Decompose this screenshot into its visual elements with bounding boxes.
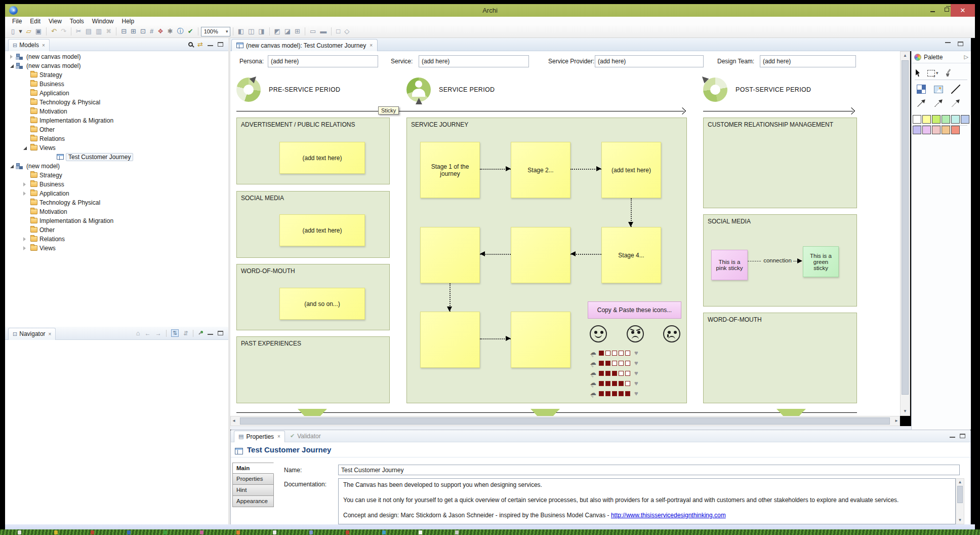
expand-icon[interactable] [23, 182, 26, 186]
stage-sticky[interactable]: (add text here) [601, 142, 661, 198]
sticky-note[interactable]: (add text here) [279, 214, 365, 246]
connection-line[interactable] [748, 261, 761, 261]
menu-item-view[interactable]: View [45, 18, 66, 25]
design-team-input[interactable] [760, 55, 856, 67]
persona-input[interactable] [268, 55, 378, 67]
expand-icon[interactable] [23, 246, 26, 250]
pre-service-pie-icon[interactable] [236, 78, 261, 102]
connection-label[interactable]: connection [761, 257, 794, 263]
collapse-palette-icon[interactable]: ▷ [964, 54, 968, 60]
side-tab-main[interactable]: Main [232, 463, 274, 474]
section-past-experiences[interactable]: PAST EXPERIENCES [236, 336, 390, 403]
select-cursor-icon[interactable] [916, 69, 921, 77]
color-swatch[interactable] [932, 126, 941, 134]
stage-sticky[interactable]: Stage 4... [601, 227, 661, 283]
rating-row[interactable]: ☁ϟ♥ [590, 369, 645, 378]
color-swatch[interactable] [942, 115, 950, 124]
tree-item[interactable]: Implementation & Migration [5, 216, 228, 225]
tree-item[interactable]: Views [5, 143, 228, 152]
canvas-editor-tab[interactable]: (new canvas model): Test Customer Journe… [231, 39, 378, 51]
tree-item[interactable]: Business [5, 80, 228, 89]
happy-face-icon[interactable] [590, 325, 607, 342]
expand-icon[interactable] [23, 192, 26, 196]
tree-item[interactable]: Implementation & Migration [5, 116, 228, 125]
tree-item[interactable]: Views [5, 244, 228, 253]
green-sticky[interactable]: This is a green sticky [803, 246, 839, 277]
drill-up-icon[interactable]: ⇵ [183, 330, 188, 337]
scroll-down-icon[interactable]: ▼ [956, 517, 964, 524]
scroll-up-icon[interactable]: ▲ [956, 479, 964, 486]
cut-icon[interactable]: ✂ [74, 25, 84, 37]
section-crm[interactable]: CUSTOMER RELATIONSHIP MANAGEMENT [703, 118, 857, 208]
side-tab-appearance[interactable]: Appearance [232, 496, 274, 507]
documentation-text[interactable]: The Canvas has been developed to support… [338, 478, 956, 524]
table-view-icon[interactable]: ⊞ [129, 25, 138, 37]
undo-icon[interactable]: ↶ [49, 25, 59, 37]
angry-face-icon[interactable] [627, 325, 644, 342]
tree-item[interactable]: (new canvas model) [5, 52, 228, 61]
menu-item-edit[interactable]: Edit [26, 18, 45, 25]
post-service-period-label[interactable]: POST-SERVICE PERIOD [736, 78, 811, 102]
navigator-view-tab[interactable]: ⊡ Navigator × [8, 328, 56, 340]
line-tool-icon[interactable] [951, 85, 960, 94]
rating-row[interactable]: ☁ϟ♥ [590, 390, 645, 399]
color-scheme-icon[interactable]: ❖ [155, 25, 166, 37]
tree-item[interactable]: (new canvas model) [5, 61, 228, 70]
minimize-editor-icon[interactable] [945, 42, 951, 44]
close-icon[interactable]: × [370, 43, 373, 48]
doc-link[interactable]: http://www.thisisservicedesignthinking.c… [611, 512, 726, 519]
rating-scale-icons[interactable]: ☁ϟ♥☁ϟ♥☁ϟ♥☁ϟ♥☁ϟ♥ [590, 349, 645, 400]
search-icon[interactable] [188, 42, 193, 47]
sticky-note[interactable]: (add text here) [279, 142, 365, 174]
sticky-note[interactable]: (and so on...) [279, 288, 365, 320]
image-tool-icon[interactable] [934, 86, 943, 93]
name-input[interactable] [338, 465, 960, 475]
blank-sticky[interactable] [420, 227, 480, 283]
align-center-icon[interactable]: ◫ [246, 25, 256, 37]
tree-item[interactable]: Strategy [5, 70, 228, 80]
maximize-editor-icon[interactable] [958, 42, 963, 46]
expand-icon[interactable] [23, 237, 26, 241]
color-swatch[interactable] [951, 115, 960, 124]
scroll-down-icon[interactable]: ▼ [901, 407, 910, 415]
redo-icon[interactable]: ↷ [59, 25, 68, 37]
forward-icon[interactable]: → [155, 330, 161, 337]
sketch-icon[interactable]: ✱ [166, 25, 175, 37]
zoom-select[interactable]: 100%▾ [201, 27, 230, 36]
link-with-editor-icon[interactable]: ⇄ [197, 41, 203, 48]
new-document-icon[interactable]: ▯ [9, 25, 17, 37]
drill-down-icon[interactable]: ⇅ [171, 329, 179, 337]
models-view-tab[interactable]: ⊟ Models × [8, 39, 50, 51]
expand-icon[interactable] [10, 55, 13, 59]
blank-sticky[interactable] [511, 312, 570, 368]
match-height-icon[interactable]: ◪ [282, 25, 293, 37]
service-provider-input[interactable] [595, 55, 704, 67]
pink-sticky[interactable]: This is a pink sticky [711, 250, 748, 280]
color-swatch[interactable] [951, 126, 960, 134]
tree-item[interactable]: Relations [5, 134, 228, 143]
close-icon[interactable]: × [42, 43, 45, 48]
pre-service-period-label[interactable]: PRE-SERVICE PERIOD [269, 78, 340, 102]
stage-sticky[interactable]: Stage 2... [511, 142, 570, 198]
tree-item[interactable]: Application [5, 89, 228, 98]
post-service-pie-icon[interactable] [703, 78, 727, 102]
close-icon[interactable]: × [49, 331, 52, 337]
new-dropdown-icon[interactable]: ▾ [17, 25, 24, 37]
tree-item[interactable]: Test Customer Journey [5, 152, 228, 162]
doc-scrollbar[interactable]: ▲ ▼ [956, 478, 964, 524]
service-pie-icon[interactable] [406, 78, 431, 102]
close-icon[interactable]: × [277, 434, 280, 439]
tree-item[interactable]: Technology & Physical [5, 98, 228, 107]
maximize-panel-icon[interactable] [218, 331, 223, 335]
scroll-left-icon[interactable]: ◄ [232, 416, 236, 426]
tree-item[interactable]: Motivation [5, 207, 228, 216]
canvas-editor[interactable]: Persona: Service: Service Provider: Desi… [230, 51, 900, 416]
minimize-panel-icon[interactable] [950, 437, 955, 438]
side-tab-properties[interactable]: Properties [232, 474, 274, 485]
tree-item[interactable]: Application [5, 189, 228, 198]
tree-item[interactable]: Motivation [5, 107, 228, 116]
collapse-tree-icon[interactable]: ⊟ [119, 25, 129, 37]
minimize-window-button[interactable] [924, 4, 940, 17]
home-icon[interactable]: ⌂ [136, 329, 140, 337]
tab-properties[interactable]: ▤ Properties × [234, 431, 285, 442]
